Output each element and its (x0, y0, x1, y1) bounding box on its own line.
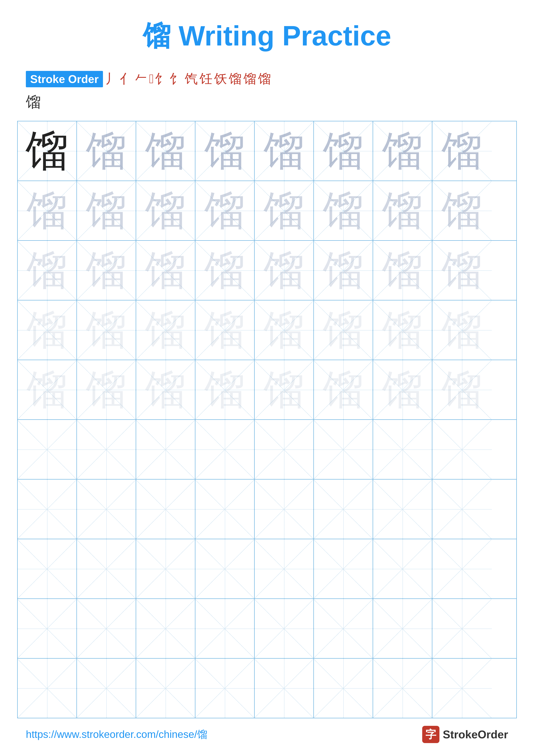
grid-cell-7-1[interactable] (18, 479, 77, 539)
grid-cell-10-7[interactable] (373, 659, 432, 718)
grid-cell-10-8[interactable] (432, 659, 492, 718)
grid-cell-7-7[interactable] (373, 479, 432, 539)
grid-cell-3-7[interactable]: 馏 (373, 241, 432, 300)
grid-cell-6-5[interactable] (255, 420, 314, 479)
grid-cell-3-6[interactable]: 馏 (314, 241, 373, 300)
practice-char-guide: 馏 (145, 131, 186, 172)
grid-cell-10-3[interactable] (136, 659, 195, 718)
grid-cell-8-1[interactable] (18, 539, 77, 599)
grid-cell-7-4[interactable] (195, 479, 255, 539)
practice-char-guide: 馏 (86, 250, 127, 291)
grid-cell-2-7[interactable]: 馏 (373, 181, 432, 240)
grid-cell-8-5[interactable] (255, 539, 314, 599)
practice-char-guide: 馏 (442, 369, 483, 410)
grid-cell-2-3[interactable]: 馏 (136, 181, 195, 240)
grid-cell-3-2[interactable]: 馏 (77, 241, 136, 300)
grid-cell-1-6[interactable]: 馏 (314, 121, 373, 180)
grid-cell-2-5[interactable]: 馏 (255, 181, 314, 240)
grid-cell-3-8[interactable]: 馏 (432, 241, 492, 300)
grid-cell-8-8[interactable] (432, 539, 492, 599)
page-title: 馏 Writing Practice (143, 20, 391, 51)
grid-cell-7-6[interactable] (314, 479, 373, 539)
grid-cell-8-4[interactable] (195, 539, 255, 599)
grid-cell-8-3[interactable] (136, 539, 195, 599)
grid-cell-9-2[interactable] (77, 599, 136, 658)
grid-cell-4-2[interactable]: 馏 (77, 300, 136, 360)
grid-cell-2-6[interactable]: 馏 (314, 181, 373, 240)
grid-cell-5-8[interactable]: 馏 (432, 360, 492, 419)
practice-char-guide: 馏 (382, 369, 423, 410)
grid-cell-7-2[interactable] (77, 479, 136, 539)
grid-cell-1-1[interactable]: 馏 (18, 121, 77, 180)
grid-cell-10-1[interactable] (18, 659, 77, 718)
stroke-7: 饩 (185, 70, 198, 88)
grid-cell-6-4[interactable] (195, 420, 255, 479)
grid-cell-8-6[interactable] (314, 539, 373, 599)
grid-cell-5-5[interactable]: 馏 (255, 360, 314, 419)
grid-cell-4-4[interactable]: 馏 (195, 300, 255, 360)
grid-cell-6-6[interactable] (314, 420, 373, 479)
grid-cell-1-5[interactable]: 馏 (255, 121, 314, 180)
practice-char-guide: 馏 (382, 310, 423, 351)
grid-cell-9-4[interactable] (195, 599, 255, 658)
grid-cell-7-8[interactable] (432, 479, 492, 539)
grid-cell-6-3[interactable] (136, 420, 195, 479)
grid-cell-5-4[interactable]: 馏 (195, 360, 255, 419)
practice-char-guide: 馏 (27, 250, 68, 291)
practice-char-guide: 馏 (442, 131, 483, 172)
grid-cell-4-3[interactable]: 馏 (136, 300, 195, 360)
grid-cell-6-8[interactable] (432, 420, 492, 479)
grid-cell-3-3[interactable]: 馏 (136, 241, 195, 300)
footer-url[interactable]: https://www.strokeorder.com/chinese/馏 (26, 728, 207, 741)
grid-cell-1-3[interactable]: 馏 (136, 121, 195, 180)
grid-cell-5-6[interactable]: 馏 (314, 360, 373, 419)
practice-char-guide: 馏 (442, 310, 483, 351)
grid-cell-10-6[interactable] (314, 659, 373, 718)
grid-cell-6-2[interactable] (77, 420, 136, 479)
grid-row-5: 馏 馏 馏 馏 馏 馏 馏 (18, 360, 516, 420)
grid-cell-7-5[interactable] (255, 479, 314, 539)
grid-cell-10-4[interactable] (195, 659, 255, 718)
grid-cell-1-8[interactable]: 馏 (432, 121, 492, 180)
grid-cell-5-3[interactable]: 馏 (136, 360, 195, 419)
grid-cell-9-8[interactable] (432, 599, 492, 658)
grid-cell-7-3[interactable] (136, 479, 195, 539)
grid-cell-5-2[interactable]: 馏 (77, 360, 136, 419)
grid-cell-4-7[interactable]: 馏 (373, 300, 432, 360)
grid-cell-9-6[interactable] (314, 599, 373, 658)
grid-cell-3-4[interactable]: 馏 (195, 241, 255, 300)
grid-cell-9-7[interactable] (373, 599, 432, 658)
stroke-11: 馏 (243, 70, 256, 88)
grid-cell-6-1[interactable] (18, 420, 77, 479)
footer-logo-text: StrokeOrder (443, 728, 508, 741)
grid-cell-9-3[interactable] (136, 599, 195, 658)
grid-cell-9-5[interactable] (255, 599, 314, 658)
grid-row-3: 馏 馏 馏 馏 馏 馏 馏 (18, 241, 516, 300)
grid-cell-2-4[interactable]: 馏 (195, 181, 255, 240)
grid-cell-6-7[interactable] (373, 420, 432, 479)
stroke-5: 饣 (156, 70, 168, 88)
grid-cell-2-1[interactable]: 馏 (18, 181, 77, 240)
grid-cell-4-1[interactable]: 馏 (18, 300, 77, 360)
grid-cell-3-1[interactable]: 馏 (18, 241, 77, 300)
grid-cell-8-2[interactable] (77, 539, 136, 599)
stroke-8: 饪 (199, 70, 213, 88)
practice-char-guide: 馏 (27, 310, 68, 351)
grid-cell-10-2[interactable] (77, 659, 136, 718)
grid-cell-10-5[interactable] (255, 659, 314, 718)
grid-cell-4-6[interactable]: 馏 (314, 300, 373, 360)
grid-cell-9-1[interactable] (18, 599, 77, 658)
grid-cell-4-5[interactable]: 馏 (255, 300, 314, 360)
grid-cell-8-7[interactable] (373, 539, 432, 599)
grid-cell-5-1[interactable]: 馏 (18, 360, 77, 419)
grid-cell-2-8[interactable]: 馏 (432, 181, 492, 240)
stroke-12: 馏 (258, 70, 271, 88)
grid-cell-3-5[interactable]: 馏 (255, 241, 314, 300)
grid-cell-1-2[interactable]: 馏 (77, 121, 136, 180)
grid-cell-4-8[interactable]: 馏 (432, 300, 492, 360)
grid-cell-5-7[interactable]: 馏 (373, 360, 432, 419)
stroke-4: 𠃌 (149, 71, 154, 86)
grid-cell-1-4[interactable]: 馏 (195, 121, 255, 180)
grid-cell-1-7[interactable]: 馏 (373, 121, 432, 180)
grid-cell-2-2[interactable]: 馏 (77, 181, 136, 240)
